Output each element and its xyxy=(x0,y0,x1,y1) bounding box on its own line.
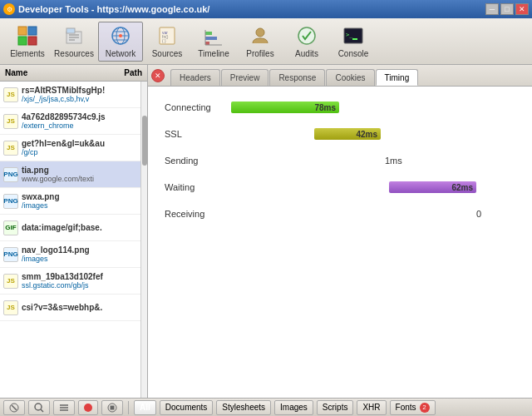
sources-icon: var fn() { } xyxy=(155,24,179,47)
record-indicator xyxy=(84,404,92,412)
filter-all-button[interactable]: All xyxy=(134,400,156,415)
timing-row-waiting: Waiting 62ms xyxy=(165,180,515,195)
svg-line-32 xyxy=(41,409,43,412)
tab-preview[interactable]: Preview xyxy=(221,69,269,86)
svg-rect-37 xyxy=(111,405,115,409)
sending-value: 1ms xyxy=(385,156,402,166)
connecting-value: 78ms xyxy=(314,103,336,112)
sending-label: Sending xyxy=(165,156,231,166)
svg-point-31 xyxy=(35,404,42,410)
main-area: Name Path JS rs=AItRSTMiblfsgHp! /xjs/_/… xyxy=(0,65,532,398)
sources-label: Sources xyxy=(152,49,183,58)
svg-rect-2 xyxy=(18,37,27,45)
search-button[interactable] xyxy=(28,400,50,415)
timeline-label: Timeline xyxy=(198,49,229,58)
toolbar-timeline[interactable]: Timeline xyxy=(191,22,236,62)
console-icon: >_ xyxy=(342,24,365,47)
resources-icon xyxy=(62,24,86,47)
filter-fonts-label: Fonts xyxy=(396,403,416,412)
list-item[interactable]: JS csi?v=3&s=webhp&. xyxy=(0,295,140,321)
item-text: nav_logo114.png /images xyxy=(22,245,90,263)
svg-rect-3 xyxy=(28,37,37,45)
waiting-bar: 62ms xyxy=(389,181,476,193)
filter-stylesheets-button[interactable]: Stylesheets xyxy=(216,400,271,415)
audits-icon xyxy=(295,24,318,47)
receiving-label: Receiving xyxy=(165,209,231,219)
list-item[interactable]: JS rs=AItRSTMiblfsgHp! /xjs/_/js/jsa,c,s… xyxy=(0,82,140,108)
window-controls[interactable]: ─ □ ✕ xyxy=(485,3,529,15)
clear-button[interactable] xyxy=(3,400,25,415)
maximize-button[interactable]: □ xyxy=(500,3,514,15)
elements-label: Elements xyxy=(10,49,45,58)
list-item[interactable]: JS 4a762d82895734c9.js /extern_chrome xyxy=(0,108,140,135)
close-button[interactable]: ✕ xyxy=(515,3,529,15)
list-item[interactable]: GIF data:image/gif;base. xyxy=(0,215,140,241)
svg-point-14 xyxy=(119,34,122,37)
sidebar-scrollbar[interactable] xyxy=(140,82,147,398)
ssl-label: SSL xyxy=(165,129,231,139)
tab-timing[interactable]: Timing xyxy=(376,69,419,86)
tab-response[interactable]: Response xyxy=(269,69,325,86)
scroll-thumb[interactable] xyxy=(142,116,147,166)
item-path: /images xyxy=(22,255,90,263)
svg-rect-19 xyxy=(205,32,212,35)
list-item[interactable]: PNG tia.png www.google.com/texti xyxy=(0,161,140,188)
filter-xhr-button[interactable]: XHR xyxy=(357,400,386,415)
fonts-badge: 2 xyxy=(420,403,430,413)
record-button[interactable] xyxy=(78,400,98,415)
svg-line-30 xyxy=(12,405,17,410)
filter-scripts-button[interactable]: Scripts xyxy=(317,400,354,415)
item-name: get?hl=en&gl=uk&au xyxy=(22,139,105,148)
toolbar-audits[interactable]: Audits xyxy=(284,22,329,62)
minimize-button[interactable]: ─ xyxy=(485,3,499,15)
list-item[interactable]: PNG nav_logo114.png /images xyxy=(0,241,140,268)
toolbar: Elements Resources Network xyxy=(0,18,532,65)
svg-rect-0 xyxy=(18,27,27,35)
timing-row-connecting: Connecting 78ms xyxy=(165,100,515,115)
tab-headers[interactable]: Headers xyxy=(170,69,220,86)
resources-label: Resources xyxy=(54,49,94,58)
list-button[interactable] xyxy=(53,400,75,415)
close-panel-button[interactable]: ✕ xyxy=(151,69,165,82)
filter-images-label: Images xyxy=(280,403,308,412)
waiting-label: Waiting xyxy=(165,182,231,192)
sidebar-path-col: Path xyxy=(124,68,142,77)
sidebar-header: Name Path xyxy=(0,65,147,82)
ssl-bar: 42ms xyxy=(314,128,381,140)
svg-rect-21 xyxy=(205,42,209,45)
stop-button[interactable] xyxy=(101,400,123,415)
item-name: tia.png xyxy=(22,166,94,175)
toolbar-elements[interactable]: Elements xyxy=(5,22,50,62)
item-text: csi?v=3&s=webhp&. xyxy=(22,303,102,312)
connecting-bar-area: 78ms xyxy=(231,101,515,114)
file-type-icon: PNG xyxy=(3,167,18,182)
toolbar-resources[interactable]: Resources xyxy=(52,22,96,62)
toolbar-network[interactable]: Network xyxy=(98,22,143,62)
toolbar-console[interactable]: >_ Console xyxy=(331,22,376,62)
list-item[interactable]: JS smm_19ba13d102fef ssl.gstatic.com/gb/… xyxy=(0,268,140,295)
filter-images-button[interactable]: Images xyxy=(274,400,313,415)
item-path: www.google.com/texti xyxy=(22,175,94,183)
item-path: /g/cp xyxy=(22,148,105,156)
item-name: smm_19ba13d102fef xyxy=(22,272,103,281)
connecting-bar: 78ms xyxy=(231,102,339,113)
list-item[interactable]: PNG swxa.png /images xyxy=(0,188,140,215)
file-type-icon: JS xyxy=(3,87,18,102)
app-icon: ⚙ xyxy=(3,3,15,15)
sidebar-list: JS rs=AItRSTMiblfsgHp! /xjs/_/js/jsa,c,s… xyxy=(0,82,140,398)
toolbar-profiles[interactable]: Profiles xyxy=(238,22,283,62)
filter-all-label: All xyxy=(140,403,150,412)
profiles-icon xyxy=(249,24,272,47)
filter-fonts-button[interactable]: Fonts 2 xyxy=(390,400,436,415)
file-type-icon: JS xyxy=(3,274,18,289)
item-text: swxa.png /images xyxy=(22,192,60,210)
timing-panel: Connecting 78ms SSL 42ms Sending xyxy=(148,87,532,246)
bottom-bar: All Documents Stylesheets Images Scripts… xyxy=(0,398,532,416)
list-item[interactable]: JS get?hl=en&gl=uk&au /g/cp xyxy=(0,135,140,161)
tab-cookies[interactable]: Cookies xyxy=(326,69,374,86)
filter-documents-button[interactable]: Documents xyxy=(160,400,214,415)
toolbar-sources[interactable]: var fn() { } Sources xyxy=(145,22,190,62)
filter-stylesheets-label: Stylesheets xyxy=(222,403,265,412)
item-text: get?hl=en&gl=uk&au /g/cp xyxy=(22,139,105,156)
item-path: /xjs/_/js/jsa,c,sb,hv,v xyxy=(22,95,105,103)
